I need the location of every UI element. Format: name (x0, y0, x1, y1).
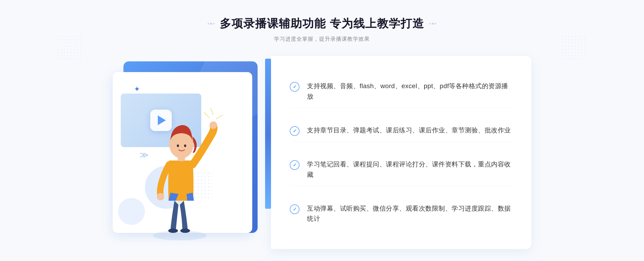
check-mark-icon-4: ✓ (293, 207, 297, 212)
svg-point-4 (210, 121, 217, 129)
svg-point-1 (168, 229, 178, 233)
check-mark-icon-2: ✓ (293, 129, 297, 133)
feature-item-4: ✓ 互动弹幕、试听购买、微信分享、观看次数限制、学习进度跟踪、数据统计 (290, 197, 513, 230)
dots-decoration-left-top (56, 35, 83, 62)
title-left-decoration (208, 23, 214, 25)
page-subtitle: 学习进度全掌握，提升录播课教学效果 (208, 35, 436, 43)
page-title: 多项录播课辅助功能 专为线上教学打造 (220, 16, 424, 31)
person-figure (129, 85, 231, 241)
title-row: 多项录播课辅助功能 专为线上教学打造 (208, 16, 436, 31)
svg-point-0 (153, 231, 207, 240)
check-circle-1: ✓ (290, 82, 299, 92)
check-mark-icon-1: ✓ (293, 84, 297, 89)
check-mark-icon-3: ✓ (293, 163, 297, 167)
feature-item-2: ✓ 支持章节目录、弹题考试、课后练习、课后作业、章节测验、批改作业 (290, 119, 513, 142)
svg-line-9 (204, 112, 209, 118)
feature-item-1: ✓ 支持视频、音频、flash、word、excel、ppt、pdf等各种格式的… (290, 75, 513, 108)
check-circle-4: ✓ (290, 204, 299, 214)
svg-point-2 (180, 229, 190, 233)
svg-point-3 (157, 193, 164, 200)
feature-text-2: 支持章节目录、弹题考试、课后练习、课后作业、章节测验、批改作业 (307, 125, 511, 135)
svg-line-11 (216, 115, 223, 119)
check-circle-3: ✓ (290, 160, 299, 170)
dots-decoration-right-top (561, 35, 588, 62)
svg-point-7 (177, 144, 179, 147)
svg-line-10 (211, 108, 213, 115)
check-circle-2: ✓ (290, 126, 299, 136)
blue-vertical-bar (265, 59, 271, 209)
svg-point-8 (184, 144, 186, 147)
content-area: » ✦ (113, 56, 531, 249)
feature-text-1: 支持视频、音频、flash、word、excel、ppt、pdf等各种格式的资源… (307, 81, 513, 102)
feature-text-3: 学习笔记回看、课程提问、课程评论打分、课件资料下载，重点内容收藏 (307, 159, 513, 180)
page-container: 多项录播课辅助功能 专为线上教学打造 学习进度全掌握，提升录播课教学效果 » (0, 0, 644, 261)
features-panel: ✓ 支持视频、音频、flash、word、excel、ppt、pdf等各种格式的… (271, 56, 531, 249)
feature-text-4: 互动弹幕、试听购买、微信分享、观看次数限制、学习进度跟踪、数据统计 (307, 203, 513, 224)
feature-item-3: ✓ 学习笔记回看、课程提问、课程评论打分、课件资料下载，重点内容收藏 (290, 153, 513, 186)
illustration-panel: ✦ ≫ (113, 56, 268, 241)
title-right-decoration (430, 23, 436, 25)
header-section: 多项录播课辅助功能 专为线上教学打造 学习进度全掌握，提升录播课教学效果 (208, 16, 436, 43)
